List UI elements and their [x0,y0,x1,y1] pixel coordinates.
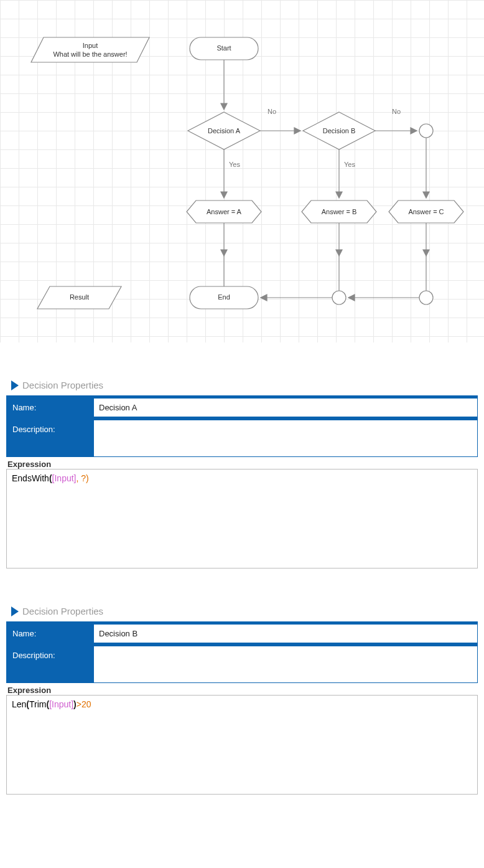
panel2-desc-label: Description: [6,646,93,683]
panel2-name-input[interactable] [93,624,478,643]
panel1-expr-input[interactable]: EndsWith([Input], ?) [6,469,478,568]
shape-decision-a [188,112,260,149]
panel2-expr-input[interactable]: Len(Trim([Input])>20 [6,695,478,795]
edge-label-yes-1: Yes [229,161,240,168]
edge-label-no-2: No [392,108,401,115]
panel-icon [11,380,19,390]
decision-properties-panel-1: Decision Properties Name: Description: E… [0,380,484,568]
junction-2 [419,291,433,304]
edge-label-yes-2: Yes [344,161,355,168]
panel1-name-label: Name: [6,398,93,417]
flowchart-canvas[interactable]: InputWhat will be the answer! Start Deci… [0,0,484,342]
panel1-name-input[interactable] [93,398,478,417]
shape-start [190,37,258,60]
shape-end [190,286,258,309]
junction-3 [332,291,346,304]
panel1-expr-label: Expression [7,460,478,469]
shape-answer-b [302,200,376,223]
shape-answer-c [389,200,463,223]
shape-answer-a [187,200,261,223]
panel1-desc-label: Description: [6,420,93,457]
panel2-expr-label: Expression [7,686,478,695]
flowchart-svg [0,0,484,342]
panel2-title: Decision Properties [11,606,478,616]
edge-label-no-1: No [268,108,276,115]
shape-decision-b [303,112,375,149]
shape-input [31,37,149,62]
panel2-name-label: Name: [6,624,93,643]
panel1-title: Decision Properties [11,380,478,390]
panel2-desc-input[interactable] [93,646,478,683]
junction-1 [419,124,433,138]
decision-properties-panel-2: Decision Properties Name: Description: E… [0,606,484,795]
panel1-desc-input[interactable] [93,420,478,457]
shape-result [37,286,121,309]
panel-icon [11,606,19,616]
